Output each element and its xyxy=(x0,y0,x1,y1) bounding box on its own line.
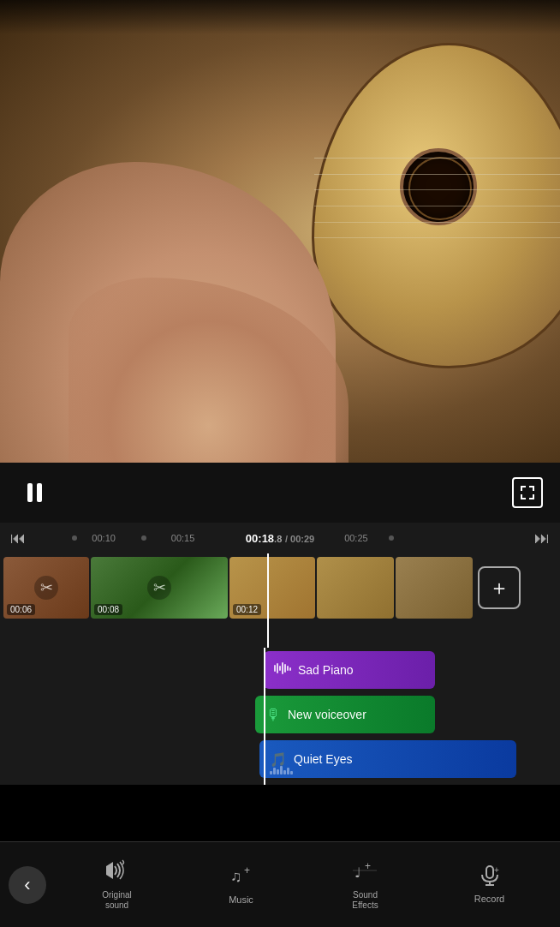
music-icon: ♫ + xyxy=(229,864,254,891)
video-preview xyxy=(0,0,560,463)
clip-2-label: 00:08 xyxy=(94,604,122,615)
clip-1[interactable]: 00:06 ✂ xyxy=(3,557,89,619)
player-controls xyxy=(0,463,560,523)
skip-end-button[interactable]: ⏭ xyxy=(534,529,550,547)
clip-1-scissors: ✂ xyxy=(34,576,58,600)
nav-record[interactable]: + Record xyxy=(427,864,551,905)
timestamp-00-15: 00:15 xyxy=(171,533,195,543)
svg-text:♩: ♩ xyxy=(354,865,361,880)
clips-row: 00:06 ✂ 00:08 ✂ 00:12 ＋ xyxy=(0,553,560,622)
original-sound-icon xyxy=(104,859,130,887)
timestamp-00-10: 00:10 xyxy=(92,533,116,543)
clip-4[interactable] xyxy=(317,557,394,619)
sad-piano-waveform-icon xyxy=(274,660,291,680)
skip-start-button[interactable]: ⏮ xyxy=(10,529,26,547)
svg-rect-6 xyxy=(289,667,291,671)
timeline-clips[interactable]: 00:06 ✂ 00:08 ✂ 00:12 ＋ xyxy=(0,553,560,648)
quiet-eyes-label: Quiet Eyes xyxy=(294,752,352,766)
sound-effects-icon: ♩ + xyxy=(353,859,378,887)
svg-text:+: + xyxy=(244,864,250,876)
nav-original-sound[interactable]: Originalsound xyxy=(55,859,179,911)
svg-rect-0 xyxy=(274,665,276,672)
back-icon: ‹ xyxy=(24,874,30,896)
record-label: Record xyxy=(474,894,504,905)
clip-5[interactable] xyxy=(396,557,473,619)
svg-rect-12 xyxy=(486,866,493,878)
clip-3-label: 00:12 xyxy=(233,604,261,615)
svg-text:+: + xyxy=(494,865,499,875)
record-icon: + xyxy=(477,864,503,890)
fullscreen-icon xyxy=(521,486,534,499)
voiceover-track[interactable]: 🎙 New voiceover xyxy=(255,696,435,733)
voiceover-label: New voiceover xyxy=(288,708,366,721)
audio-tracks: Sad Piano 🎙 New voiceover 🎵 Quiet Eyes xyxy=(0,648,560,785)
fullscreen-button[interactable] xyxy=(512,477,543,508)
clip-1-label: 00:06 xyxy=(7,604,35,615)
clip-3[interactable]: 00:12 xyxy=(229,557,315,619)
nav-music[interactable]: ♫ + Music xyxy=(179,864,303,906)
svg-rect-1 xyxy=(277,663,278,673)
svg-rect-5 xyxy=(287,666,289,671)
bottom-nav: ‹ Originalsound ♫ + Music xyxy=(0,841,560,927)
pause-button[interactable] xyxy=(17,475,51,510)
back-button[interactable]: ‹ xyxy=(9,866,46,904)
sad-piano-track[interactable]: Sad Piano xyxy=(264,651,435,689)
clip-2-scissors: ✂ xyxy=(147,576,171,600)
nav-sound-effects[interactable]: ♩ + SoundEffects xyxy=(303,859,427,911)
playhead xyxy=(267,553,269,648)
pause-icon xyxy=(25,483,44,502)
timeline-timestamps: 00:10 00:15 00:18.8 / 00:29 00:25 xyxy=(33,523,527,553)
quiet-eyes-track[interactable]: 🎵 Quiet Eyes xyxy=(259,740,516,778)
svg-rect-3 xyxy=(282,662,283,674)
timeline-bar: ⏮ 00:10 00:15 00:18.8 / 00:29 00:25 ⏭ xyxy=(0,523,560,553)
music-note-icon: 🎵 xyxy=(270,751,287,768)
clip-2[interactable]: 00:08 ✂ xyxy=(91,557,228,619)
timestamp-00-25: 00:25 xyxy=(344,533,368,543)
current-time: 00:18.8 / 00:29 xyxy=(246,532,314,545)
svg-text:♫: ♫ xyxy=(230,868,242,885)
original-sound-label: Originalsound xyxy=(102,890,131,911)
add-clip-button[interactable]: ＋ xyxy=(478,566,521,609)
svg-rect-4 xyxy=(284,664,286,673)
sound-effects-label: SoundEffects xyxy=(352,890,378,911)
svg-rect-2 xyxy=(279,666,281,671)
music-label: Music xyxy=(229,894,253,906)
mic-icon: 🎙 xyxy=(265,706,281,724)
audio-playhead xyxy=(264,648,265,785)
sad-piano-label: Sad Piano xyxy=(298,663,354,677)
